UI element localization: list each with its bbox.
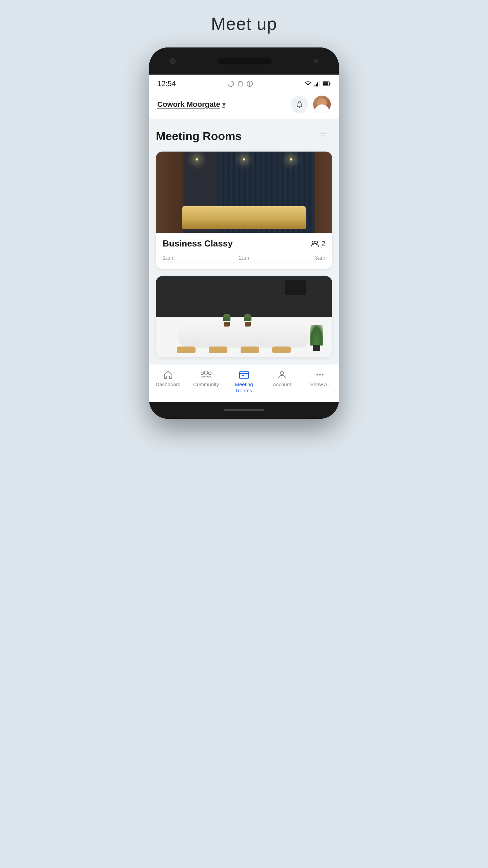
location-selector[interactable]: Cowork Moorgate ▾ <box>157 100 225 109</box>
svg-point-25 <box>319 374 321 376</box>
nav-label-dashboard: Dashboard <box>156 381 180 388</box>
notifications-button[interactable] <box>291 96 308 113</box>
room-image-1 <box>156 152 332 233</box>
sd-card-icon <box>237 81 244 86</box>
timeline-line <box>163 262 325 262</box>
section-title: Meeting Rooms <box>156 130 242 143</box>
nav-label-show-all: Show All <box>310 381 330 388</box>
phone-sensor <box>314 59 319 63</box>
timeline-label-3am: 3am <box>315 255 325 261</box>
nav-item-account[interactable]: Account <box>267 370 297 388</box>
room-card-1[interactable]: Business Classy 2 1am <box>156 152 332 269</box>
nav-item-community[interactable]: Community <box>191 370 221 388</box>
svg-rect-22 <box>242 375 244 376</box>
svg-point-23 <box>280 371 284 375</box>
home-indicator <box>224 409 264 411</box>
status-bar: 12:54 <box>149 75 339 91</box>
nav-item-show-all[interactable]: Show All <box>305 370 335 388</box>
chevron-down-icon: ▾ <box>222 101 225 108</box>
room-card-2[interactable] <box>156 276 332 357</box>
community-icon <box>200 370 212 379</box>
location-name: Cowork Moorgate <box>157 100 220 109</box>
phone-bottom-bezel <box>149 402 339 419</box>
battery-icon <box>323 81 331 86</box>
svg-rect-11 <box>329 83 330 85</box>
room-name-row-1: Business Classy 2 <box>163 238 325 249</box>
room-capacity-1: 2 <box>310 239 325 248</box>
timeline-label-2am: 2am <box>239 255 249 261</box>
svg-rect-6 <box>314 85 316 86</box>
svg-rect-18 <box>240 371 248 379</box>
nav-label-community: Community <box>193 381 219 388</box>
svg-rect-3 <box>240 81 241 82</box>
svg-point-15 <box>204 371 208 374</box>
phone-camera <box>169 58 176 64</box>
svg-point-13 <box>312 241 315 244</box>
spinner-icon <box>227 80 234 87</box>
room-name-1: Business Classy <box>163 238 233 249</box>
phone-top-bezel <box>149 47 339 75</box>
timeline-1: 1am 2am 3am <box>163 254 325 262</box>
avatar-image <box>313 96 331 113</box>
svg-rect-9 <box>319 81 320 86</box>
status-app-icons <box>227 80 253 87</box>
main-content: Meeting Rooms <box>149 119 339 357</box>
status-right-icons <box>304 81 331 86</box>
calendar-icon <box>239 370 249 379</box>
app-header: Cowork Moorgate ▾ <box>149 91 339 119</box>
people-icon <box>310 240 319 247</box>
phone-screen: 12:54 <box>149 75 339 402</box>
filter-icon <box>320 132 327 140</box>
nav-item-dashboard[interactable]: Dashboard <box>153 370 183 388</box>
svg-rect-7 <box>316 84 317 86</box>
account-icon <box>277 370 287 379</box>
svg-point-16 <box>201 372 204 375</box>
status-time: 12:54 <box>157 79 176 88</box>
room-image-2 <box>156 276 332 357</box>
svg-rect-8 <box>317 82 318 86</box>
header-actions <box>291 96 331 113</box>
section-header: Meeting Rooms <box>156 127 332 145</box>
timeline-label-1am: 1am <box>163 255 173 261</box>
block-icon <box>246 80 253 87</box>
phone-frame: 12:54 <box>149 47 339 419</box>
svg-rect-2 <box>239 81 240 82</box>
filter-button[interactable] <box>314 127 332 145</box>
user-avatar[interactable] <box>313 96 331 113</box>
nav-label-meeting-rooms: MeetingRooms <box>235 381 253 394</box>
app-title: Meet up <box>211 14 277 34</box>
bottom-nav: Dashboard Community <box>149 364 339 402</box>
svg-point-0 <box>228 81 233 86</box>
svg-point-17 <box>208 372 211 375</box>
more-icon <box>315 370 325 379</box>
svg-rect-12 <box>323 82 328 85</box>
nav-item-meeting-rooms[interactable]: MeetingRooms <box>229 370 259 394</box>
nav-label-account: Account <box>273 381 291 388</box>
svg-point-26 <box>322 374 324 376</box>
phone-speaker <box>218 58 272 64</box>
capacity-count-1: 2 <box>321 239 325 248</box>
svg-point-24 <box>317 374 318 376</box>
home-icon <box>163 370 173 379</box>
signal-icon <box>314 81 320 86</box>
svg-point-14 <box>315 241 318 244</box>
room-info-1: Business Classy 2 1am <box>156 233 332 269</box>
wifi-icon <box>304 81 312 86</box>
bell-icon <box>296 100 304 108</box>
